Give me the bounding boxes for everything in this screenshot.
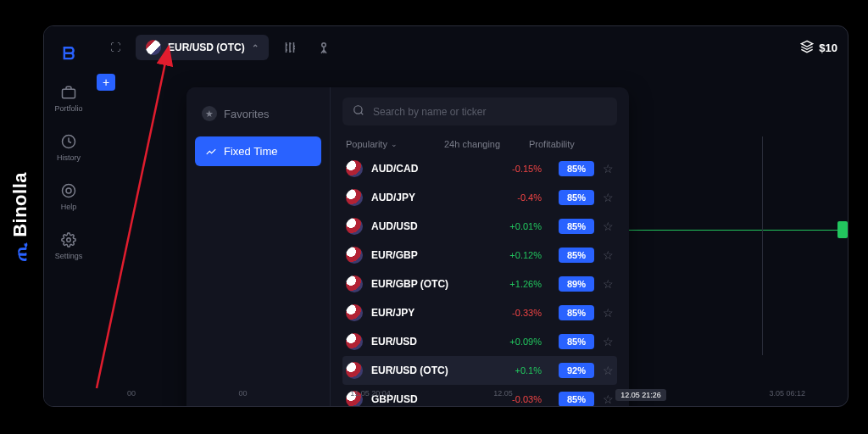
favorite-star-button[interactable]: ☆ [603, 162, 614, 175]
flag-icon [346, 304, 363, 321]
asset-name: EUR/USD [371, 336, 482, 348]
asset-change: +0.09% [482, 337, 542, 347]
app-logo-icon: ᗷ [58, 43, 79, 64]
favorites-tab[interactable]: ★ Favorites [195, 99, 321, 128]
asset-change: +0.1% [482, 365, 542, 376]
asset-search[interactable] [342, 97, 617, 125]
sidebar-item-label: History [57, 153, 81, 162]
asset-name: EUR/JPY [371, 307, 482, 319]
trend-icon [205, 146, 217, 158]
svg-point-3 [66, 188, 71, 193]
sidebar-item-label: Settings [55, 252, 83, 260]
favorite-star-button[interactable]: ☆ [603, 277, 614, 291]
asset-profitability: 85% [559, 248, 594, 263]
asset-list[interactable]: AUD/CAD-0.15%85%☆AUD/JPY-0.4%85%☆AUD/USD… [342, 154, 617, 407]
asset-change: +0.12% [482, 250, 542, 260]
asset-profitability: 85% [559, 161, 594, 176]
favorite-star-button[interactable]: ☆ [603, 191, 614, 204]
asset-change: -0.4% [482, 192, 542, 203]
time-tick: 00 [127, 389, 136, 401]
dropdown-right-panel: Popularity ⌄ 24h changing Profitability … [331, 87, 629, 407]
favorite-star-button[interactable]: ☆ [603, 364, 614, 377]
chevron-down-icon: ⌄ [391, 140, 398, 148]
asset-profitability: 85% [559, 334, 594, 349]
asset-name: EUR/GBP (OTC) [371, 278, 482, 290]
flag-icon [346, 160, 363, 177]
target-icon [60, 182, 77, 199]
briefcase-icon [60, 84, 77, 101]
time-tick: 00 [239, 389, 248, 401]
sidebar-item-label: Portfolio [54, 104, 82, 113]
current-pair-label: EUR/USD (OTC) [168, 42, 245, 53]
search-icon [353, 104, 364, 119]
asset-change: +1.26% [482, 279, 542, 289]
header-profitability[interactable]: Profitability [529, 139, 614, 149]
nav-sidebar: ᗷ Portfolio History Help Settings [44, 26, 93, 406]
sidebar-item-portfolio[interactable]: Portfolio [54, 84, 82, 113]
drawing-tools-icon[interactable] [311, 35, 337, 60]
favorite-star-button[interactable]: ☆ [603, 306, 614, 320]
time-tick-current: 12.05 21:26 [615, 389, 666, 401]
topbar: ⛶ EUR/USD (OTC) ⌃ $10 [93, 26, 848, 69]
header-change[interactable]: 24h changing [444, 139, 529, 149]
asset-row[interactable]: EUR/GBP+0.12%85%☆ [342, 241, 617, 270]
maximize-icon[interactable]: ⛶ [103, 36, 127, 59]
fixed-time-label: Fixed Time [224, 145, 278, 158]
svg-point-6 [354, 106, 362, 114]
asset-row[interactable]: EUR/USD (OTC)+0.1%92%☆ [342, 356, 617, 385]
flag-icon [346, 218, 363, 235]
asset-row[interactable]: EUR/USD+0.09%85%☆ [342, 327, 617, 356]
asset-dropdown: ★ Favorites Fixed Time Popularity ⌄ 24h [186, 87, 629, 407]
asset-name: AUD/JPY [371, 192, 482, 203]
gear-icon [60, 231, 77, 248]
sidebar-item-settings[interactable]: Settings [55, 231, 83, 260]
brand-sidebar: ጢ Binolla [0, 0, 41, 434]
asset-name: AUD/USD [371, 220, 482, 232]
brand-logo: ጢ Binolla [9, 172, 31, 262]
favorites-label: Favorites [224, 108, 269, 120]
app-frame: ᗷ Portfolio History Help Settings [43, 25, 849, 407]
fixed-time-button[interactable]: Fixed Time [195, 136, 321, 166]
asset-profitability: 92% [559, 363, 594, 378]
favorite-star-button[interactable]: ☆ [603, 248, 614, 262]
asset-row[interactable]: AUD/USD+0.01%85%☆ [342, 212, 617, 241]
asset-row[interactable]: EUR/JPY-0.33%85%☆ [342, 298, 617, 327]
asset-profitability: 85% [559, 219, 594, 234]
asset-profitability: 85% [559, 190, 594, 205]
favorite-star-button[interactable]: ☆ [603, 220, 614, 233]
time-tick: 11.05 20:04 [350, 389, 391, 401]
asset-name: EUR/GBP [371, 249, 482, 261]
chevron-up-icon: ⌃ [252, 43, 259, 53]
asset-change: +0.01% [482, 221, 542, 231]
sidebar-item-help[interactable]: Help [60, 182, 77, 211]
chart-marker [762, 136, 763, 355]
flag-icon [346, 189, 363, 206]
time-tick: 3.05 06:12 [769, 389, 805, 401]
balance-value: $10 [819, 42, 837, 54]
flag-icon [346, 247, 363, 264]
layers-icon [800, 40, 814, 56]
asset-row[interactable]: AUD/JPY-0.4%85%☆ [342, 183, 617, 212]
asset-profitability: 85% [559, 305, 594, 320]
svg-point-5 [321, 43, 326, 47]
chart-candle [837, 221, 848, 238]
time-tick: 12.05 [493, 389, 513, 401]
svg-point-2 [63, 185, 75, 198]
flag-icon [346, 362, 363, 379]
favorite-star-button[interactable]: ☆ [603, 335, 614, 348]
asset-row[interactable]: EUR/GBP (OTC)+1.26%89%☆ [342, 270, 617, 298]
sidebar-item-history[interactable]: History [57, 133, 81, 162]
asset-change: -0.15% [482, 164, 542, 174]
flag-icon [146, 40, 161, 55]
asset-name: AUD/CAD [371, 163, 482, 175]
star-icon: ★ [202, 106, 217, 121]
search-input[interactable] [373, 106, 607, 118]
indicators-icon[interactable] [277, 35, 303, 60]
balance-display[interactable]: $10 [800, 40, 837, 56]
pair-selector-button[interactable]: EUR/USD (OTC) ⌃ [136, 35, 269, 60]
svg-point-4 [67, 238, 71, 242]
asset-change: -0.33% [482, 308, 542, 318]
header-popularity[interactable]: Popularity ⌄ [346, 139, 444, 149]
asset-row[interactable]: AUD/CAD-0.15%85%☆ [342, 154, 617, 183]
time-axis: 00 00 11.05 20:04 12.05 12.05 21:26 3.05… [93, 389, 839, 401]
